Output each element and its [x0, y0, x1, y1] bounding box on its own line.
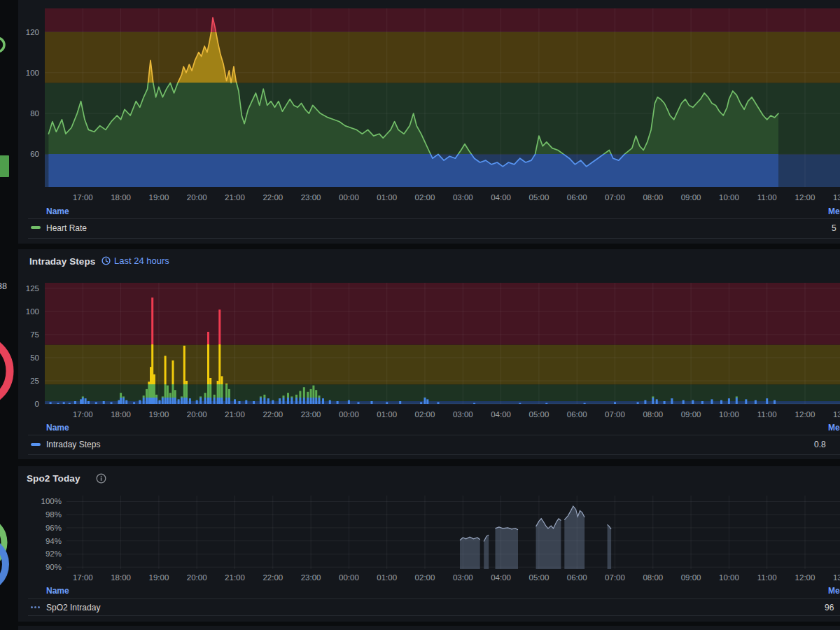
left-edge-stat-value[interactable]: 38 — [0, 281, 7, 291]
steps-bar — [234, 399, 236, 404]
spo2-chart[interactable]: 17:0018:0019:0020:0021:0022:0023:0000:00… — [41, 496, 840, 582]
hr-legend-name-header[interactable]: Name — [46, 206, 69, 216]
hr-legend-series-label[interactable]: Heart Rate — [46, 223, 87, 233]
steps-legend-series-label[interactable]: Intraday Steps — [46, 440, 100, 449]
steps-bar — [283, 396, 285, 404]
steps-bar — [303, 387, 305, 404]
x-tick-label: 02:00 — [415, 573, 435, 582]
x-tick-label: 00:00 — [339, 193, 359, 202]
steps-bar — [656, 399, 658, 404]
x-tick-label: 17:00 — [73, 193, 93, 202]
x-tick-label: 01:00 — [377, 573, 397, 582]
x-tick-label: 09:00 — [681, 410, 701, 419]
y-tick-label: 120 — [26, 28, 39, 36]
steps-bar — [290, 396, 293, 404]
steps-bar — [82, 396, 84, 404]
x-tick-label: 22:00 — [262, 193, 283, 202]
y-tick-label: 98% — [46, 510, 62, 519]
steps-bar — [162, 396, 164, 404]
dashboard: 17:0018:0019:0020:0021:0022:0023:0000:00… — [0, 0, 840, 630]
spo2-legend-series-value: 96 — [825, 603, 834, 612]
left-edge-gauges[interactable] — [0, 38, 10, 589]
steps-bar — [139, 400, 141, 404]
charts-canvas: 17:0018:0019:0020:0021:0022:0023:0000:00… — [0, 0, 840, 630]
steps-time-range-link[interactable]: Last 24 hours — [102, 255, 169, 266]
y-tick-label: 92% — [46, 550, 62, 558]
steps-bar — [172, 360, 174, 404]
x-tick-label: 11:00 — [757, 193, 777, 202]
x-tick-label: 13:00 — [833, 410, 840, 419]
x-tick-label: 09:00 — [681, 573, 701, 582]
steps-bar — [287, 393, 289, 404]
spo2-legend-name-header[interactable]: Name — [46, 586, 69, 596]
x-tick-label: 11:00 — [757, 573, 777, 582]
steps-bar — [711, 399, 713, 404]
hr-chart[interactable]: 17:0018:0019:0020:0021:0022:0023:0000:00… — [26, 8, 840, 202]
steps-bar — [318, 396, 321, 404]
steps-bar — [736, 396, 738, 404]
steps-bar — [207, 332, 209, 404]
steps-bar — [167, 386, 169, 404]
steps-bar — [774, 400, 776, 404]
steps-bar — [766, 398, 768, 404]
steps-legend-name-header[interactable]: Name — [46, 423, 69, 433]
x-tick-label: 17:00 — [73, 410, 93, 419]
x-tick-label: 06:00 — [567, 193, 587, 202]
steps-bar — [426, 399, 428, 404]
x-tick-label: 04:00 — [491, 573, 511, 582]
x-tick-label: 10:00 — [719, 573, 739, 582]
spo2-legend-series-label[interactable]: SpO2 Intraday — [46, 603, 100, 612]
x-tick-label: 23:00 — [301, 193, 321, 202]
y-tick-label: 100% — [41, 497, 62, 505]
x-tick-label: 01:00 — [377, 193, 397, 202]
x-tick-label: 12:00 — [795, 193, 816, 202]
steps-legend-stat-header[interactable]: Mean — [828, 423, 840, 433]
x-tick-label: 20:00 — [187, 410, 207, 419]
steps-bar — [217, 381, 219, 404]
info-icon[interactable] — [96, 473, 106, 484]
steps-bar — [348, 400, 350, 404]
steps-chart[interactable]: 17:0018:0019:0020:0021:0022:0023:0000:00… — [26, 283, 840, 419]
y-tick-label: 75 — [30, 330, 39, 339]
steps-bar — [143, 396, 145, 404]
x-tick-label: 19:00 — [149, 410, 169, 419]
steps-bar — [178, 399, 180, 404]
spo2-legend-stat-header[interactable]: Mean — [828, 586, 840, 596]
clock-icon — [102, 256, 111, 265]
spo2-legend-header-divider — [28, 598, 840, 599]
steps-panel-title[interactable]: Intraday Steps — [29, 256, 95, 267]
small-green-ring-gauge — [0, 38, 4, 52]
steps-bar — [664, 401, 666, 404]
steps-bar — [103, 401, 105, 404]
x-tick-label: 00:00 — [339, 410, 359, 419]
steps-bar — [74, 401, 76, 404]
x-tick-label: 00:00 — [339, 573, 359, 582]
steps-bar — [196, 400, 198, 404]
spo2-panel-title[interactable]: Spo2 Today — [27, 473, 80, 484]
steps-bar — [652, 396, 654, 404]
steps-bar — [186, 381, 188, 404]
steps-bar — [164, 356, 167, 404]
y-tick-label: 80 — [30, 109, 39, 118]
steps-bar — [228, 389, 230, 404]
y-tick-label: 25 — [30, 377, 39, 385]
steps-bar — [50, 402, 52, 404]
x-tick-label: 08:00 — [643, 410, 663, 419]
steps-bar — [189, 398, 191, 404]
y-tick-label: 94% — [46, 537, 62, 545]
y-tick-label: 96% — [46, 524, 62, 532]
steps-bar — [200, 396, 202, 404]
steps-bar — [133, 402, 135, 404]
steps-legend-header-divider — [28, 435, 840, 435]
steps-bar — [584, 403, 586, 404]
steps-bar — [88, 401, 90, 404]
x-tick-label: 01:00 — [377, 410, 397, 419]
steps-bar — [221, 376, 223, 404]
hr-legend-stat-header[interactable]: Mean — [828, 206, 840, 216]
y-tick-label: 50 — [30, 354, 39, 362]
spo2-area-segment — [608, 524, 612, 569]
steps-time-range-label: Last 24 hours — [114, 255, 169, 266]
x-tick-label: 23:00 — [301, 410, 321, 419]
y-tick-label: 0 — [35, 400, 39, 408]
steps-bar — [644, 400, 646, 404]
